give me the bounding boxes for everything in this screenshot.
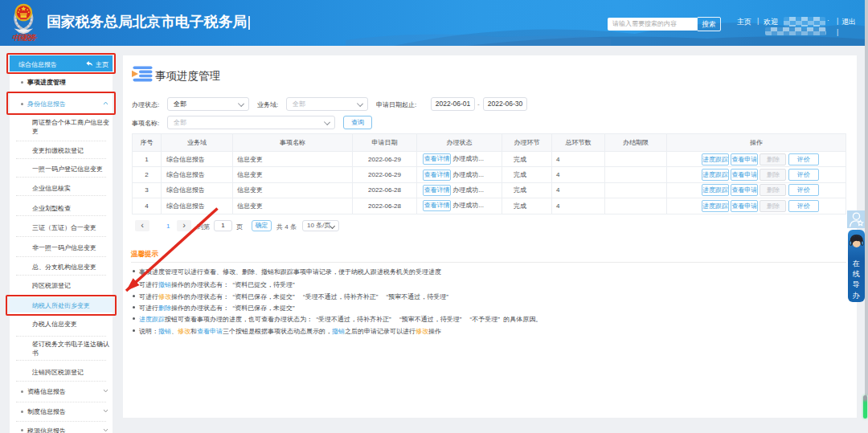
svg-text:中国税务: 中国税务 xyxy=(12,33,39,41)
